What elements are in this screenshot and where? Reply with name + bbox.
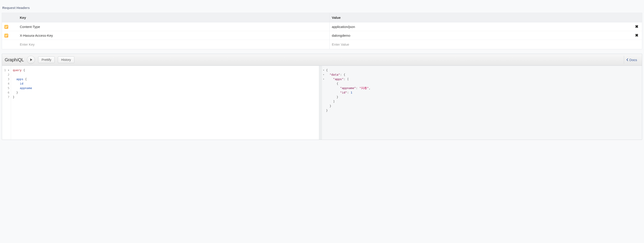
close-icon[interactable]: ✖ <box>634 33 640 38</box>
header-col-checkbox <box>2 13 18 22</box>
header-value-cell[interactable]: application/json <box>332 25 355 29</box>
table-row: Content-Type application/json ✖ <box>2 22 642 31</box>
query-editor[interactable]: 1 ▾ 2 3 4 5 6 7 query { apps { id appnam… <box>2 66 322 140</box>
result-code: { "data": { "apps": [ { "appname": "问卷",… <box>325 66 642 140</box>
header-value-input[interactable] <box>332 42 640 47</box>
header-value-cell[interactable]: dalongdemo <box>332 33 350 37</box>
chevron-left-icon <box>626 58 628 61</box>
result-viewer: ▾ ▾ ▾ { "data": { "apps": [ { "appname":… <box>322 66 642 140</box>
table-row <box>2 40 642 49</box>
request-headers-table: Key Value Content-Type application/json … <box>2 13 642 49</box>
query-code[interactable]: query { apps { id appname } } <box>11 66 319 140</box>
request-headers-title: Request Headers <box>2 6 642 10</box>
table-row: X-Hasura-Access-Key dalongdemo ✖ <box>2 31 642 40</box>
header-col-value: Value <box>330 13 642 22</box>
graphiql-logo: GraphiQL <box>5 57 24 62</box>
header-row-checkbox[interactable] <box>4 33 8 38</box>
close-icon[interactable]: ✖ <box>634 24 640 29</box>
docs-toggle[interactable]: Docs <box>624 56 639 64</box>
prettify-button[interactable]: Prettify <box>38 56 55 63</box>
line-gutter: 1 ▾ 2 3 4 5 6 7 <box>2 66 11 140</box>
execute-button[interactable] <box>27 56 35 64</box>
header-key-cell[interactable]: Content-Type <box>18 22 330 31</box>
play-icon <box>30 58 33 61</box>
header-key-input[interactable] <box>20 42 327 47</box>
header-key-cell[interactable]: X-Hasura-Access-Key <box>18 31 330 40</box>
graphiql-topbar: GraphiQL Prettify History Docs <box>2 54 642 66</box>
header-row-checkbox[interactable] <box>4 25 8 29</box>
header-col-key: Key <box>18 13 330 22</box>
history-button[interactable]: History <box>58 56 74 63</box>
graphiql-panel: GraphiQL Prettify History Docs 1 ▾ 2 3 4… <box>2 54 642 140</box>
result-fold-gutter: ▾ ▾ ▾ <box>322 66 325 140</box>
